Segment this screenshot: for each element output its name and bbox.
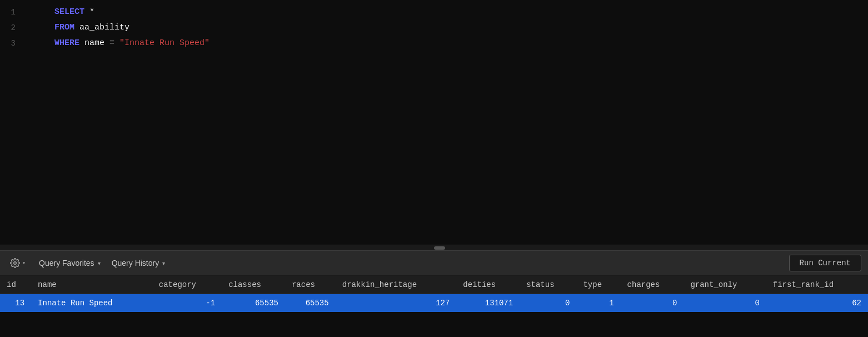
col-name: name xyxy=(31,276,152,294)
table-body: 13 Innate Run Speed -1 65535 65535 127 1… xyxy=(0,294,868,313)
sql-editor[interactable]: 1 SELECT * 2 FROM aa_ability 3 WHERE nam… xyxy=(0,0,868,245)
cell-classes: 65535 xyxy=(222,294,285,313)
table-row[interactable]: 13 Innate Run Speed -1 65535 65535 127 1… xyxy=(0,294,868,313)
col-classes: classes xyxy=(222,276,285,294)
gear-dropdown[interactable]: ▾ xyxy=(7,256,29,270)
query-history-dropdown[interactable]: Query History ▾ xyxy=(106,255,171,271)
cell-type: 1 xyxy=(576,294,620,313)
col-status: status xyxy=(520,276,576,294)
cell-races: 65535 xyxy=(285,294,336,313)
cell-id: 13 xyxy=(0,294,31,313)
header-row: id name category classes races drakkin_h… xyxy=(0,276,868,294)
line-number-2: 2 xyxy=(0,20,22,36)
col-races: races xyxy=(285,276,336,294)
cell-first-rank-id: 62 xyxy=(766,294,868,313)
cell-grant-only: 0 xyxy=(684,294,766,313)
query-favorites-dropdown[interactable]: Query Favorites ▾ xyxy=(33,255,106,271)
line-number-1: 1 xyxy=(0,4,22,20)
code-line-1: 1 SELECT * xyxy=(0,4,868,20)
where-field: name xyxy=(79,38,109,48)
toolbar: ▾ Query Favorites ▾ Query History ▾ Run … xyxy=(0,250,868,276)
code-content-3: WHERE name = "Innate Run Speed" xyxy=(22,20,209,67)
svg-point-0 xyxy=(14,262,17,265)
cell-category: -1 xyxy=(152,294,222,313)
equals-token: = xyxy=(109,38,114,48)
line-number-3: 3 xyxy=(0,36,22,51)
cell-charges: 0 xyxy=(621,294,684,313)
query-favorites-label: Query Favorites xyxy=(39,259,94,267)
results-table: id name category classes races drakkin_h… xyxy=(0,276,868,312)
col-first-rank-id: first_rank_id xyxy=(766,276,868,294)
cell-deities: 131071 xyxy=(456,294,520,313)
query-history-label: Query History xyxy=(112,259,159,267)
gear-chevron-icon: ▾ xyxy=(22,260,26,266)
code-line-3: 3 WHERE name = "Innate Run Speed" xyxy=(0,36,868,51)
history-chevron-icon: ▾ xyxy=(162,260,165,266)
col-grant-only: grant_only xyxy=(684,276,766,294)
run-current-button[interactable]: Run Current xyxy=(789,255,861,271)
string-value: "Innate Run Speed" xyxy=(114,38,209,48)
col-category: category xyxy=(152,276,222,294)
col-charges: charges xyxy=(621,276,684,294)
col-type: type xyxy=(576,276,620,294)
run-button-label: Run Current xyxy=(800,259,851,267)
cell-drakkin-heritage: 127 xyxy=(336,294,457,313)
cell-status: 0 xyxy=(520,294,576,313)
results-area[interactable]: id name category classes races drakkin_h… xyxy=(0,276,868,312)
favorites-chevron-icon: ▾ xyxy=(98,260,101,266)
scrollbar-thumb[interactable] xyxy=(434,246,445,250)
cell-name: Innate Run Speed xyxy=(31,294,152,313)
keyword-where: WHERE xyxy=(54,38,79,48)
col-id: id xyxy=(0,276,31,294)
col-drakkin-heritage: drakkin_heritage xyxy=(336,276,457,294)
table-header: id name category classes races drakkin_h… xyxy=(0,276,868,294)
editor-scrollbar[interactable] xyxy=(0,245,868,250)
gear-icon xyxy=(10,258,20,268)
col-deities: deities xyxy=(456,276,520,294)
